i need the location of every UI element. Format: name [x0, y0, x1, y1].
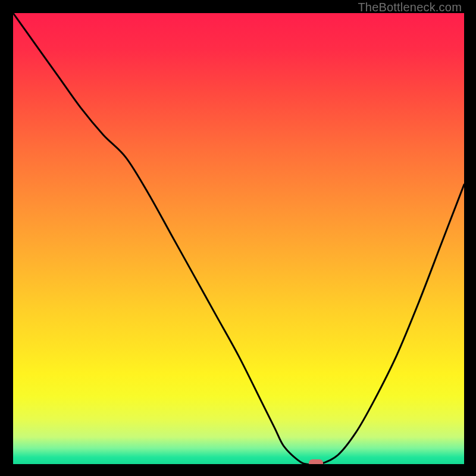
optimal-marker	[309, 459, 323, 464]
chart-frame: TheBottleneck.com	[0, 0, 476, 476]
plot-area	[13, 13, 464, 464]
bottleneck-curve	[13, 13, 464, 464]
watermark-text: TheBottleneck.com	[358, 1, 462, 14]
curve-layer	[13, 13, 464, 464]
